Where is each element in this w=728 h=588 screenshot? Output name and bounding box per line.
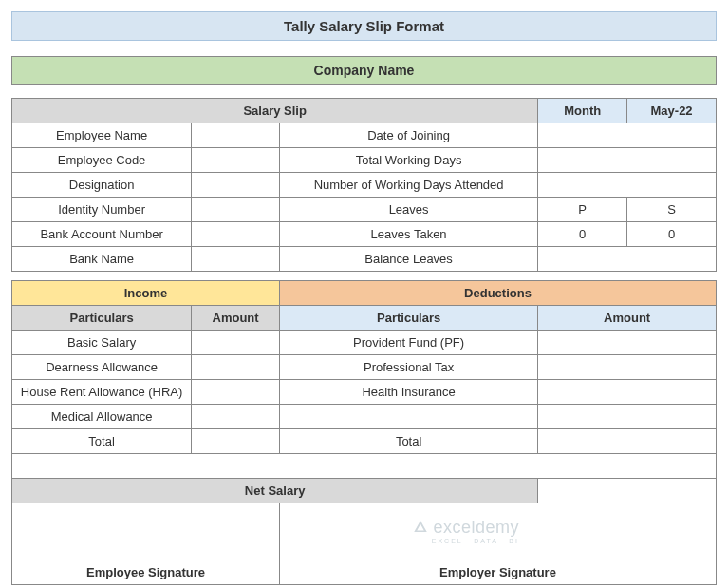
income-particular: Medical Allowance xyxy=(12,405,192,429)
employer-signature-label: Employer Signature xyxy=(279,560,716,585)
deduction-total-label: Total xyxy=(279,429,537,454)
field-value: S xyxy=(627,198,717,222)
income-particulars-label: Particulars xyxy=(12,306,192,331)
income-amount[interactable] xyxy=(192,405,280,429)
table-row: Designation Number of Working Days Atten… xyxy=(12,173,717,198)
income-amount[interactable] xyxy=(192,380,280,405)
field-value[interactable]: 0 xyxy=(627,222,717,247)
field-label: Date of Joining xyxy=(279,123,537,148)
deduction-amount[interactable] xyxy=(538,405,717,429)
income-particular: Basic Salary xyxy=(12,331,192,355)
table-row: Dearness Allowance Professional Tax xyxy=(12,355,717,380)
deduction-particular: Provident Fund (PF) xyxy=(279,331,537,355)
table-row: Employee Code Total Working Days xyxy=(12,148,717,173)
salary-slip-header: Salary Slip xyxy=(12,99,538,123)
field-label: Number of Working Days Attended xyxy=(279,173,537,198)
spacer-row xyxy=(12,454,717,479)
field-value[interactable] xyxy=(192,123,280,148)
employee-signature-box[interactable] xyxy=(12,503,280,560)
page-title: Tally Salary Slip Format xyxy=(11,11,717,41)
field-value: P xyxy=(538,198,627,222)
field-value[interactable] xyxy=(538,123,717,148)
field-label: Identity Number xyxy=(12,198,192,222)
field-label: Balance Leaves xyxy=(279,247,537,272)
field-value[interactable] xyxy=(192,173,280,198)
income-header: Income xyxy=(12,281,280,306)
deductions-header: Deductions xyxy=(279,281,716,306)
table-row: Employee Name Date of Joining xyxy=(12,123,717,148)
salary-slip-table: Salary Slip Month May-22 Employee Name D… xyxy=(11,98,717,585)
income-particular: Dearness Allowance xyxy=(12,355,192,380)
net-salary-label: Net Salary xyxy=(12,479,538,503)
field-label: Leaves Taken xyxy=(279,222,537,247)
table-row: Bank Name Balance Leaves xyxy=(12,247,717,272)
field-label: Designation xyxy=(12,173,192,198)
deduction-particular xyxy=(279,405,537,429)
field-value[interactable] xyxy=(192,222,280,247)
table-row: Basic Salary Provident Fund (PF) xyxy=(12,331,717,355)
table-row: Bank Account Number Leaves Taken 0 0 xyxy=(12,222,717,247)
field-value[interactable] xyxy=(538,148,717,173)
deduction-amount-label: Amount xyxy=(538,306,717,331)
income-particular: House Rent Allowance (HRA) xyxy=(12,380,192,405)
income-amount-label: Amount xyxy=(192,306,280,331)
deduction-total-amount[interactable] xyxy=(538,429,717,454)
month-label: Month xyxy=(538,99,627,123)
income-total-amount[interactable] xyxy=(192,429,280,454)
field-value[interactable] xyxy=(538,173,717,198)
deduction-amount[interactable] xyxy=(538,355,717,380)
table-row: Medical Allowance xyxy=(12,405,717,429)
employer-signature-box[interactable] xyxy=(279,503,716,560)
income-amount[interactable] xyxy=(192,355,280,380)
deduction-amount[interactable] xyxy=(538,380,717,405)
field-label: Employee Code xyxy=(12,148,192,173)
field-label: Bank Account Number xyxy=(12,222,192,247)
field-label: Total Working Days xyxy=(279,148,537,173)
field-value[interactable] xyxy=(192,198,280,222)
company-name: Company Name xyxy=(11,56,717,85)
deduction-particulars-label: Particulars xyxy=(279,306,537,331)
field-label: Employee Name xyxy=(12,123,192,148)
net-salary-value[interactable] xyxy=(538,479,717,503)
deduction-particular: Professional Tax xyxy=(279,355,537,380)
field-label: Bank Name xyxy=(12,247,192,272)
table-row: Identity Number Leaves P S xyxy=(12,198,717,222)
field-label: Leaves xyxy=(279,198,537,222)
income-amount[interactable] xyxy=(192,331,280,355)
table-row: House Rent Allowance (HRA) Health Insura… xyxy=(12,380,717,405)
field-value[interactable] xyxy=(538,247,717,272)
month-value: May-22 xyxy=(627,99,717,123)
field-value[interactable] xyxy=(192,247,280,272)
deduction-amount[interactable] xyxy=(538,331,717,355)
table-row: Total Total xyxy=(12,429,717,454)
deduction-particular: Health Insurance xyxy=(279,380,537,405)
employee-signature-label: Employee Signature xyxy=(12,560,280,585)
income-total-label: Total xyxy=(12,429,192,454)
field-value[interactable] xyxy=(192,148,280,173)
field-value[interactable]: 0 xyxy=(538,222,627,247)
